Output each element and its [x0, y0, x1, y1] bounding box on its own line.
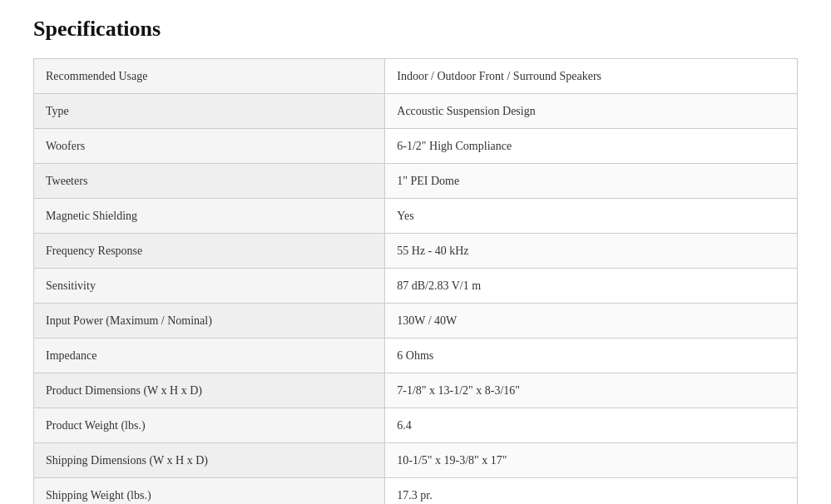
spec-label: Frequency Response: [34, 234, 385, 269]
spec-value: 87 dB/2.83 V/1 m: [385, 269, 798, 304]
table-row: Recommended UsageIndoor / Outdoor Front …: [34, 59, 798, 94]
table-row: Woofers6-1/2" High Compliance: [34, 129, 798, 164]
specifications-table: Recommended UsageIndoor / Outdoor Front …: [33, 58, 798, 504]
spec-label: Shipping Dimensions (W x H x D): [34, 443, 385, 478]
spec-value: 6.4: [385, 408, 798, 443]
spec-label: Impedance: [34, 338, 385, 373]
spec-label: Product Dimensions (W x H x D): [34, 373, 385, 408]
spec-value: Accoustic Suspension Design: [385, 94, 798, 129]
table-row: Frequency Response55 Hz - 40 kHz: [34, 234, 798, 269]
table-row: Shipping Weight (lbs.)17.3 pr.: [34, 478, 798, 505]
spec-label: Woofers: [34, 129, 385, 164]
spec-value: 7-1/8" x 13-1/2" x 8-3/16": [385, 373, 798, 408]
spec-label: Recommended Usage: [34, 59, 385, 94]
spec-label: Tweeters: [34, 164, 385, 199]
spec-value: 55 Hz - 40 kHz: [385, 234, 798, 269]
spec-label: Magnetic Shielding: [34, 199, 385, 234]
spec-value: 6 Ohms: [385, 338, 798, 373]
spec-value: Indoor / Outdoor Front / Surround Speake…: [385, 59, 798, 94]
spec-label: Shipping Weight (lbs.): [34, 478, 385, 505]
table-row: Product Dimensions (W x H x D)7-1/8" x 1…: [34, 373, 798, 408]
table-row: Shipping Dimensions (W x H x D)10-1/5" x…: [34, 443, 798, 478]
page-title: Specifications: [33, 17, 798, 42]
spec-label: Input Power (Maximum / Nominal): [34, 304, 385, 338]
spec-value: 17.3 pr.: [385, 478, 798, 505]
spec-label: Type: [34, 94, 385, 129]
table-row: Product Weight (lbs.)6.4: [34, 408, 798, 443]
table-row: Input Power (Maximum / Nominal)130W / 40…: [34, 304, 798, 338]
spec-value: 10-1/5" x 19-3/8" x 17": [385, 443, 798, 478]
spec-value: 6-1/2" High Compliance: [385, 129, 798, 164]
spec-label: Product Weight (lbs.): [34, 408, 385, 443]
table-row: Sensitivity87 dB/2.83 V/1 m: [34, 269, 798, 304]
spec-value: 130W / 40W: [385, 304, 798, 338]
spec-value: 1" PEI Dome: [385, 164, 798, 199]
table-row: Tweeters1" PEI Dome: [34, 164, 798, 199]
table-row: Magnetic ShieldingYes: [34, 199, 798, 234]
spec-label: Sensitivity: [34, 269, 385, 304]
spec-value: Yes: [385, 199, 798, 234]
table-row: Impedance6 Ohms: [34, 338, 798, 373]
table-row: TypeAccoustic Suspension Design: [34, 94, 798, 129]
